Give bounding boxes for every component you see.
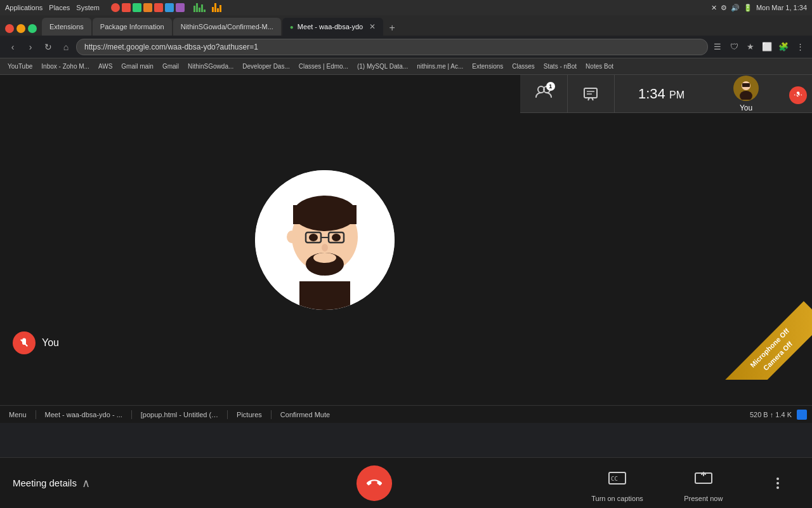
os-app-applications[interactable]: Applications <box>5 4 43 11</box>
svg-point-11 <box>313 253 336 263</box>
present-control[interactable]: Present now <box>684 464 723 502</box>
meeting-details-section[interactable]: Meeting details ∧ <box>0 476 178 490</box>
taskbar-meet[interactable]: Meet - waa-dbsa-ydo - ... <box>41 410 126 420</box>
tab-meet-icon: ● <box>290 23 294 30</box>
os-app-system[interactable]: System <box>76 4 100 11</box>
taskbar-popup[interactable]: [popup.html - Untitled (… <box>137 410 222 420</box>
forward-button[interactable]: › <box>23 39 38 55</box>
browser-tab-bar: Extensions Package Information NithinSGo… <box>0 15 812 36</box>
svg-point-8 <box>309 234 318 241</box>
chat-icon <box>583 86 598 102</box>
settings-icon[interactable]: ⋮ <box>793 40 807 54</box>
mic-off-badge-icon <box>18 337 30 349</box>
you-label: You <box>740 104 752 112</box>
present-label: Present now <box>684 495 723 502</box>
taskbar-confirmed[interactable]: Confirmed Mute <box>277 410 334 420</box>
reader-icon[interactable]: ☰ <box>710 40 724 54</box>
avatar-svg <box>255 170 395 310</box>
reload-button[interactable]: ↻ <box>41 39 56 55</box>
bookmark-notes[interactable]: Notes Bot <box>583 62 616 71</box>
back-button[interactable]: ‹ <box>5 39 20 55</box>
meet-controls-center <box>178 465 571 501</box>
tab-meet[interactable]: ● Meet - waa-dbsa-ydo ✕ <box>282 18 383 36</box>
address-actions: ☰ 🛡 ★ ⬜ 🧩 ⋮ <box>710 40 807 54</box>
meet-main: 1 1:34 PM You <box>0 75 812 405</box>
top-mute-icon <box>789 86 807 104</box>
bookmark-classes[interactable]: Classes | Edmo... <box>296 62 351 71</box>
captions-button[interactable]: CC <box>603 464 631 492</box>
tab-close-btn[interactable]: ✕ <box>369 22 376 31</box>
bookmark-gmail-main[interactable]: Gmail main <box>119 62 156 71</box>
bookmark-inbox[interactable]: Inbox - Zoho M... <box>39 62 92 71</box>
svg-rect-22 <box>742 83 750 87</box>
meet-center-avatar <box>255 170 395 310</box>
home-button[interactable]: ⌂ <box>58 39 74 55</box>
captions-label: Turn on captions <box>591 495 643 502</box>
bookmark-stats[interactable]: Stats - nBot <box>541 62 579 71</box>
taskbar-menu[interactable]: Menu <box>5 410 30 420</box>
mem-bar <box>219 5 221 12</box>
svg-point-12 <box>322 244 328 251</box>
svg-point-28 <box>776 478 779 480</box>
os-app-places[interactable]: Places <box>49 4 70 11</box>
tab-github[interactable]: NithinSGowda/Confirmed-M... <box>173 18 281 36</box>
mic-off-icon <box>794 91 802 100</box>
user-name-text: You <box>42 337 59 349</box>
tab-package-info[interactable]: Package Information <box>93 18 172 36</box>
more-options-button[interactable] <box>764 469 792 497</box>
bookmark-extensions[interactable]: Extensions <box>469 62 506 71</box>
svg-rect-16 <box>584 88 597 98</box>
user-avatar-small <box>735 77 757 100</box>
os-time: Mon Mar 1, 1:34 <box>756 4 807 11</box>
screenshot-icon[interactable]: ⬜ <box>760 40 774 54</box>
taskbar: Menu Meet - waa-dbsa-ydo - ... [popup.ht… <box>0 405 812 423</box>
os-apps: Applications Places System <box>5 3 704 12</box>
meet-bottom-bar: Meeting details ∧ CC Turn on captions <box>0 457 812 508</box>
captions-control[interactable]: CC Turn on captions <box>591 464 643 502</box>
bookmark-gmail[interactable]: Gmail <box>160 62 181 71</box>
cpu-bar <box>204 10 206 12</box>
taskbar-sep <box>36 410 36 419</box>
bookmark-mysql[interactable]: (1) MySQL Data... <box>355 62 410 71</box>
present-button[interactable] <box>690 464 717 492</box>
extension-icon[interactable]: 🧩 <box>776 40 790 54</box>
end-call-icon <box>367 476 382 491</box>
taskbar-sep4 <box>271 410 272 419</box>
meeting-details-label: Meeting details <box>13 478 77 488</box>
meet-time: 1:34 PM <box>615 86 708 102</box>
chat-button[interactable] <box>568 75 615 112</box>
os-icon-settings: ⚙ <box>721 4 727 12</box>
mem-bar <box>214 3 216 12</box>
address-input[interactable] <box>76 39 708 55</box>
more-options-icon <box>770 476 785 491</box>
bookmark-nithins[interactable]: nithins.me | Ac... <box>414 62 466 71</box>
bookmark-youtube[interactable]: YouTube <box>5 62 35 71</box>
svg-text:CC: CC <box>611 476 618 482</box>
mem-bar <box>217 8 219 12</box>
more-options-control[interactable] <box>764 469 792 497</box>
end-call-button[interactable] <box>357 465 392 501</box>
bookmark-classes2[interactable]: Classes <box>509 62 537 71</box>
participants-button[interactable]: 1 <box>520 75 568 112</box>
star-icon[interactable]: ★ <box>743 40 757 54</box>
taskbar-left: Menu Meet - waa-dbsa-ydo - ... [popup.ht… <box>5 410 745 420</box>
window-minimize[interactable] <box>16 24 25 33</box>
svg-rect-4 <box>299 281 350 310</box>
bookmark-devdas[interactable]: Developer Das... <box>240 62 292 71</box>
new-tab-button[interactable]: + <box>384 20 400 36</box>
shield-icon[interactable]: 🛡 <box>727 40 741 54</box>
present-icon <box>695 471 712 486</box>
address-bar-row: ‹ › ↻ ⌂ ☰ 🛡 ★ ⬜ 🧩 ⋮ <box>0 36 812 58</box>
bookmark-nithin[interactable]: NithinSGowda... <box>185 62 236 71</box>
os-icon-blue <box>165 3 174 12</box>
tab-label: Meet - waa-dbsa-ydo <box>298 23 363 30</box>
os-icon-orange <box>143 3 152 12</box>
taskbar-pictures[interactable]: Pictures <box>233 410 266 420</box>
window-close[interactable] <box>5 24 14 33</box>
window-maximize[interactable] <box>28 24 37 33</box>
taskbar-right: 520 B ↑ 1.4 K <box>750 410 807 420</box>
os-network-icon: 🔊 <box>731 4 740 12</box>
bookmark-aws[interactable]: AWS <box>96 62 115 71</box>
tab-extensions[interactable]: Extensions <box>42 18 91 36</box>
meet-name-label: You <box>13 331 59 354</box>
